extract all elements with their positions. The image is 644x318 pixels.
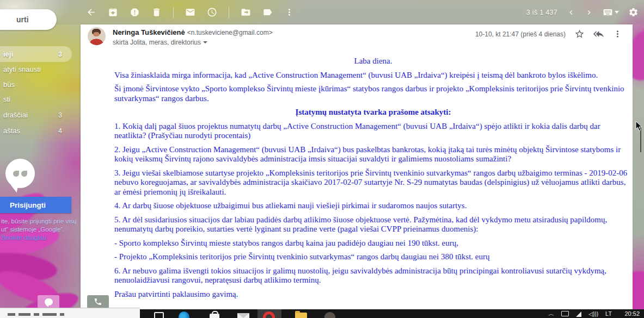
task-view-icon[interactable]	[154, 312, 164, 318]
move-to-icon[interactable]	[241, 7, 251, 17]
body-closing: Prašau patvirtinti paklausimo gavimą.	[114, 290, 632, 300]
spam-count: 4	[58, 127, 62, 135]
hangouts-info-text: ite, būsite prijungti prie visų ut“ sist…	[1, 217, 78, 242]
drafts-count: 3	[58, 111, 62, 119]
sidebar-item-label: atyti snausti	[3, 65, 41, 73]
unread-count: 3	[58, 51, 62, 58]
sender-line: Neringa Tuškevičienė<n.tuskeviciene@gmai…	[113, 28, 273, 36]
sidebar-item-drafts[interactable]: draščiai 3	[0, 107, 72, 123]
body-bullet: - Sporto komplekso Širvintų mieste staty…	[114, 239, 632, 248]
body-question: 4. Ar darbų šiuose objektuose užbaigimui…	[114, 201, 632, 211]
hangouts-signin-button[interactable]: Prisijungti	[0, 197, 71, 213]
compose-button[interactable]: urti	[0, 9, 57, 30]
back-icon[interactable]	[86, 7, 96, 17]
pagination-toolbar: 3 iš 1 437	[526, 0, 639, 24]
recipients-row[interactable]: skirta Jolita, meras, direktorius	[113, 39, 207, 46]
sidebar-item-important[interactable]: būs	[0, 77, 72, 92]
edge-browser-icon[interactable]	[179, 311, 189, 318]
volume-icon[interactable]: ◁)))	[588, 310, 598, 317]
older-icon[interactable]	[585, 8, 593, 17]
conversations-tab-chat-icon[interactable]	[38, 295, 59, 308]
calls-tab-phone-icon[interactable]	[87, 295, 109, 308]
sidebar-item-spam[interactable]: aštas 4	[0, 123, 72, 139]
file-explorer-icon[interactable]	[295, 313, 307, 318]
body-heading: Įstatymų nustatyta tvarka prašome atsaky…	[114, 108, 632, 117]
recipients-text: skirta Jolita, meras, direktorius	[113, 39, 201, 46]
sidebar-item-label: sti	[3, 95, 10, 103]
mail-toolbar	[86, 0, 295, 24]
network-icon[interactable]	[576, 311, 581, 317]
body-question: 5. Ar dėl susidariusios situacijos dar l…	[114, 215, 632, 234]
header-actions: 10-10, kt 21:47 (prieš 4 dienas)	[475, 29, 623, 39]
sender-address: <n.tuskeviciene@gmail.com>	[187, 29, 273, 36]
delete-icon[interactable]	[151, 7, 162, 17]
gimp-app-icon[interactable]	[324, 312, 335, 318]
sidebar-item-label: aštas	[3, 127, 20, 135]
body-paragraph: Ši įmonė Širvintose vykto „Sporto komple…	[114, 84, 632, 103]
archive-icon[interactable]	[108, 7, 118, 17]
system-tray: ︿ ◁))) LT 20:52	[548, 309, 640, 318]
message-more-icon[interactable]	[612, 29, 623, 39]
mark-unread-icon[interactable]	[185, 7, 195, 17]
chevron-down-icon	[615, 11, 619, 14]
input-tools-icon[interactable]	[603, 7, 619, 17]
email-counter: 3 iš 1 437	[526, 9, 557, 16]
clock[interactable]: 20:52	[624, 310, 640, 317]
sidebar-item-label: ieji	[3, 50, 13, 58]
mouse-cursor	[635, 121, 643, 134]
reply-all-icon[interactable]	[593, 29, 604, 39]
labels-icon[interactable]	[262, 7, 273, 17]
toolbar-divider	[229, 7, 229, 18]
email-reading-pane: Neringa Tuškevičienė<n.tuskeviciene@gmai…	[81, 24, 633, 318]
hangouts-logo-icon	[5, 159, 35, 188]
email-header: Neringa Tuškevičienė<n.tuskeviciene@gmai…	[81, 24, 633, 51]
display-icon[interactable]	[561, 311, 569, 316]
screen: 3 iš 1 437 urti ieji 3 atyti snausti būs…	[0, 0, 644, 318]
more-icon[interactable]	[284, 7, 295, 17]
mail-app-icon[interactable]	[237, 313, 249, 318]
compose-label: urti	[16, 15, 29, 24]
hangouts-info-line: ite, būsite prijungti prie visų	[1, 217, 78, 226]
body-question: 1. Kokią dalį pagal šiuos projektus numa…	[114, 122, 632, 141]
body-question: 2. Jeigu „Active Construction Management…	[114, 145, 632, 164]
sender-name: Neringa Tuškevičienė	[113, 28, 185, 36]
email-body: Laba diena. Visa žiniasklaida mirga info…	[114, 52, 632, 318]
email-date: 10-10, kt 21:47 (prieš 4 dienas)	[475, 30, 566, 38]
sidebar-item-snoozed[interactable]: atyti snausti	[0, 61, 72, 77]
hangouts-tab-bar	[0, 295, 120, 308]
language-indicator[interactable]: LT	[605, 310, 612, 317]
newer-icon[interactable]	[567, 8, 575, 17]
background-window-strip	[0, 308, 140, 318]
sidebar-item-label: būs	[3, 80, 15, 89]
star-icon[interactable]	[574, 29, 585, 39]
tray-expand-icon[interactable]: ︿	[548, 310, 554, 317]
microsoft-store-icon[interactable]	[210, 314, 219, 318]
settings-gear-icon[interactable]	[628, 7, 639, 17]
contacts-tab-person-icon[interactable]	[0, 295, 5, 308]
body-paragraph: Visa žiniasklaida mirga informacija, kad…	[114, 71, 632, 80]
learn-more-link[interactable]: žinokite daugiau	[1, 234, 78, 242]
snooze-icon[interactable]	[207, 7, 217, 17]
report-spam-icon[interactable]	[130, 7, 140, 17]
body-bullet: - Projekto „Kompleksinis teritorijos pri…	[114, 252, 632, 262]
sidebar-item-label: draščiai	[3, 111, 28, 119]
body-greeting: Laba diena.	[114, 57, 632, 66]
body-question: 3. Jeigu viešai skelbiamose sutartyse pr…	[114, 169, 632, 197]
mail-sidebar: urti ieji 3 atyti snausti būs sti drašči…	[0, 0, 81, 318]
hangouts-info-line: ut“ sistemoje „Google“.	[1, 226, 78, 234]
sidebar-item-sent[interactable]: sti	[0, 91, 72, 107]
body-question: 6. Ar nebuvo galima išvengti tokios situ…	[114, 266, 632, 285]
sidebar-item-inbox[interactable]: ieji 3	[0, 46, 72, 62]
toolbar-divider	[173, 7, 174, 18]
sender-avatar[interactable]	[88, 27, 106, 45]
details-chevron-icon	[203, 41, 207, 43]
signin-label: Prisijungti	[10, 201, 46, 209]
